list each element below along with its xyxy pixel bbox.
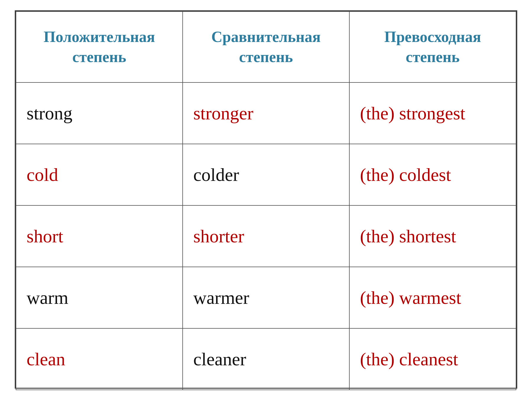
superlative-degree-cell: (the) cleanest xyxy=(349,328,516,390)
comparative-degree-cell: cleaner xyxy=(183,328,349,390)
comparison-table-wrapper: Положительная степень Сравнительная степ… xyxy=(15,10,517,389)
superlative-degree-cell: (the) shortest xyxy=(349,205,516,267)
table-row: coldcolder(the) coldest xyxy=(16,144,516,205)
comparative-degree-cell: warmer xyxy=(183,267,349,328)
superlative-degree-cell: (the) strongest xyxy=(349,82,516,144)
table-row: cleancleaner(the) cleanest xyxy=(16,328,516,390)
positive-degree-cell: short xyxy=(16,205,183,267)
positive-degree-cell: warm xyxy=(16,267,183,328)
header-comparative: Сравнительная степень xyxy=(183,12,349,82)
superlative-degree-cell: (the) coldest xyxy=(349,144,516,205)
comparative-degree-cell: shorter xyxy=(183,205,349,267)
table-row: strongstronger(the) strongest xyxy=(16,82,516,144)
positive-degree-cell: cold xyxy=(16,144,183,205)
header-positive: Положительная степень xyxy=(16,12,183,82)
comparative-degree-cell: colder xyxy=(183,144,349,205)
comparative-degree-cell: stronger xyxy=(183,82,349,144)
positive-degree-cell: strong xyxy=(16,82,183,144)
header-row: Положительная степень Сравнительная степ… xyxy=(16,12,516,82)
superlative-degree-cell: (the) warmest xyxy=(349,267,516,328)
table-row: warmwarmer(the) warmest xyxy=(16,267,516,328)
adjective-comparison-table: Положительная степень Сравнительная степ… xyxy=(16,11,516,390)
header-superlative: Превосходная степень xyxy=(349,12,516,82)
positive-degree-cell: clean xyxy=(16,328,183,390)
table-row: shortshorter(the) shortest xyxy=(16,205,516,267)
